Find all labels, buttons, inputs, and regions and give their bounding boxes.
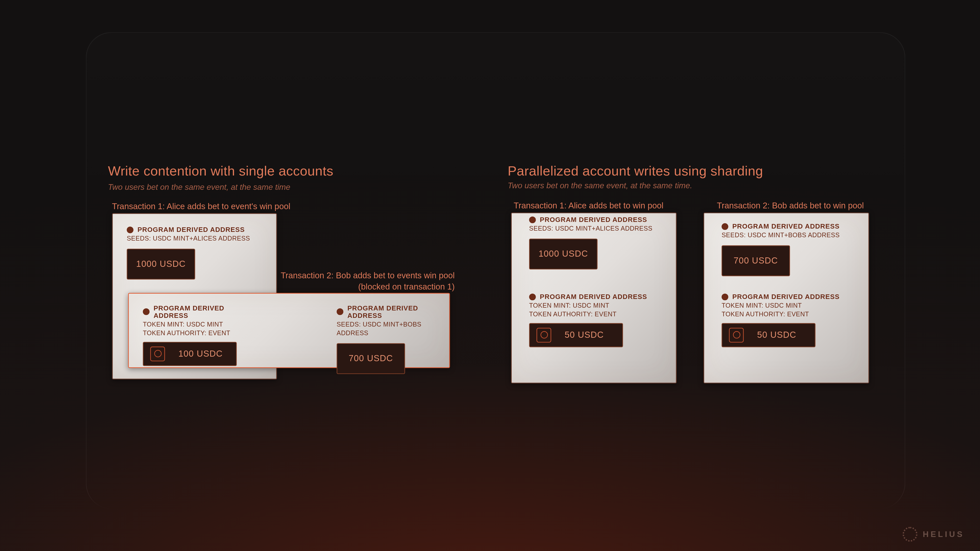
left-tx1-pda: PROGRAM DERIVED ADDRESS SEEDS: USDC MINT… — [127, 226, 261, 279]
amount-text: 100 USDC — [178, 349, 223, 359]
left-subtitle: Two users bet on the same event, at the … — [108, 183, 290, 192]
pda-meta-2: TOKEN AUTHORITY: EVENT — [143, 329, 257, 338]
pda-title: PROGRAM DERIVED ADDRESS — [540, 293, 647, 300]
left-tx2-label-line2: (blocked on transaction 1) — [252, 282, 455, 292]
pda-meta-1: TOKEN MINT: USDC MINT — [143, 321, 257, 329]
right-title: Parallelized account writes using shardi… — [508, 164, 763, 179]
pda-title: PROGRAM DERIVED ADDRESS — [732, 293, 839, 300]
pda-meta-2: TOKEN AUTHORITY: EVENT — [721, 310, 856, 319]
vault-icon — [150, 346, 165, 361]
left-tx2-label-line1: Transaction 2: Bob adds bet to events wi… — [252, 271, 455, 280]
pda-dot-icon — [721, 223, 728, 230]
pda-seeds: SEEDS: USDC MINT+ALICES ADDRESS — [127, 235, 261, 243]
pda-title: PROGRAM DERIVED ADDRESS — [732, 222, 839, 230]
pda-meta-1: TOKEN MINT: USDC MINT — [529, 302, 663, 310]
amount-text: 50 USDC — [565, 330, 604, 340]
right-card1-bottom-pda: PROGRAM DERIVED ADDRESS TOKEN MINT: USDC… — [529, 293, 663, 347]
left-overlap-pda-left: PROGRAM DERIVED ADDRESS TOKEN MINT: USDC… — [143, 304, 257, 366]
pda-dot-icon — [721, 293, 728, 300]
left-title: Write contention with single accounts — [108, 164, 333, 179]
brand-mark: HELIUS — [903, 527, 964, 541]
amount-box-vault: 50 USDC — [529, 323, 623, 347]
brand-text: HELIUS — [923, 530, 964, 539]
amount-box: 700 USDC — [337, 343, 405, 374]
right-subtitle: Two users bet on the same event, at the … — [508, 181, 692, 190]
pda-seeds: SEEDS: USDC MINT+ALICES ADDRESS — [529, 224, 663, 233]
right-tx1-label: Transaction 1: Alice adds bet to win poo… — [514, 201, 663, 210]
left-overlap-pda-right: PROGRAM DERIVED ADDRESS SEEDS: USDC MINT… — [337, 304, 451, 374]
pda-title: PROGRAM DERIVED ADDRESS — [540, 216, 647, 223]
brand-ring-icon — [903, 527, 918, 541]
amount-box: 700 USDC — [721, 245, 790, 276]
pda-dot-icon — [143, 308, 150, 315]
pda-title: PROGRAM DERIVED ADDRESS — [154, 304, 257, 319]
pda-dot-icon — [529, 293, 536, 300]
pda-meta-1: TOKEN MINT: USDC MINT — [721, 302, 856, 310]
vault-icon — [536, 327, 551, 342]
amount-box-vault: 50 USDC — [721, 323, 815, 347]
amount-text: 50 USDC — [757, 330, 797, 340]
left-tx1-label: Transaction 1: Alice adds bet to event's… — [112, 202, 290, 211]
pda-dot-icon — [127, 226, 134, 233]
right-tx2-label: Transaction 2: Bob adds bet to win pool — [717, 201, 864, 210]
amount-box: 1000 USDC — [127, 248, 195, 279]
pda-title: PROGRAM DERIVED ADDRESS — [347, 304, 451, 319]
pda-seeds: SEEDS: USDC MINT+BOBS ADDRESS — [337, 321, 451, 338]
pda-title: PROGRAM DERIVED ADDRESS — [138, 226, 245, 233]
right-card1-top-pda: PROGRAM DERIVED ADDRESS SEEDS: USDC MINT… — [529, 216, 663, 269]
amount-box: 1000 USDC — [529, 238, 597, 269]
pda-dot-icon — [529, 216, 536, 223]
amount-box-vault: 100 USDC — [143, 341, 237, 366]
pda-meta-2: TOKEN AUTHORITY: EVENT — [529, 310, 663, 319]
pda-dot-icon — [337, 308, 343, 315]
right-card2-bottom-pda: PROGRAM DERIVED ADDRESS TOKEN MINT: USDC… — [721, 293, 856, 347]
right-card2-top-pda: PROGRAM DERIVED ADDRESS SEEDS: USDC MINT… — [721, 222, 856, 276]
vault-icon — [729, 327, 744, 342]
pda-seeds: SEEDS: USDC MINT+BOBS ADDRESS — [721, 231, 856, 240]
